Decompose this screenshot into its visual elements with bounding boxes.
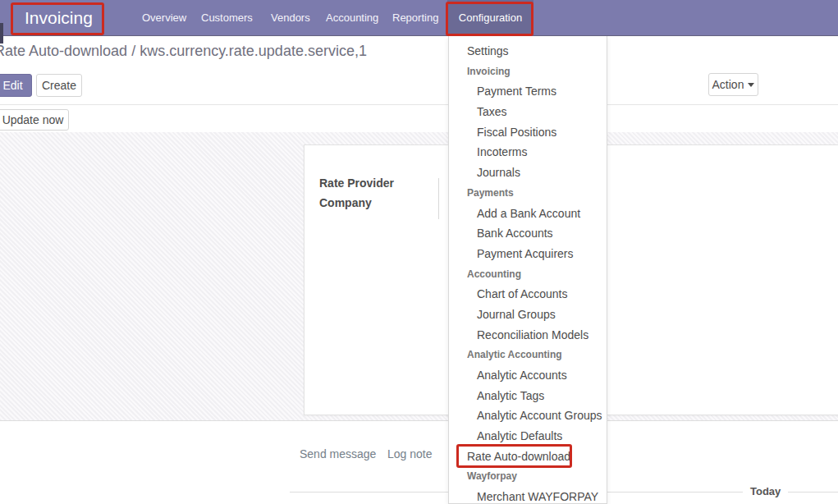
menu-item-taxes[interactable]: Taxes — [449, 102, 607, 122]
field-column-divider — [438, 178, 439, 219]
nav-item-customers[interactable]: Customers — [201, 0, 253, 36]
breadcrumb-separator: / — [127, 43, 140, 59]
menu-group-analytic-accounting: Analytic Accounting — [449, 345, 607, 365]
chatter-panel: Send message Log note Today — [0, 422, 838, 504]
breadcrumb-parent-link[interactable]: Rate Auto-download — [0, 43, 127, 59]
menu-item-rate-auto-download-label: Rate Auto-download — [467, 450, 570, 463]
configuration-dropdown-menu: Settings Invoicing Payment Terms Taxes F… — [448, 36, 607, 504]
menu-item-settings[interactable]: Settings — [449, 41, 607, 62]
breadcrumb: Rate Auto-download / kws.currency.rate.u… — [0, 43, 367, 60]
date-separator-today: Today — [743, 485, 788, 497]
menu-item-reconciliation-models[interactable]: Reconciliation Models — [449, 325, 607, 346]
menu-item-analytic-accounts[interactable]: Analytic Accounts — [449, 365, 607, 386]
menu-group-invoicing: Invoicing — [449, 62, 607, 82]
send-message-button[interactable]: Send message — [300, 447, 376, 460]
nav-item-overview[interactable]: Overview — [142, 0, 186, 36]
menu-item-chart-of-accounts[interactable]: Chart of Accounts — [449, 284, 607, 305]
app-name-invoicing[interactable]: Invoicing — [25, 0, 93, 36]
apps-menu-edge-icon — [0, 23, 3, 44]
menu-item-payment-acquirers[interactable]: Payment Acquirers — [449, 244, 607, 264]
control-panel: Rate Auto-download / kws.currency.rate.u… — [0, 36, 838, 105]
breadcrumb-current: kws.currency.rate.update.service,1 — [140, 43, 367, 59]
menu-item-bank-accounts[interactable]: Bank Accounts — [449, 223, 607, 244]
menu-item-journal-groups[interactable]: Journal Groups — [449, 305, 607, 325]
menu-item-analytic-tags[interactable]: Analytic Tags — [449, 386, 607, 406]
menu-item-journals[interactable]: Journals — [449, 163, 607, 183]
nav-item-vendors[interactable]: Vendors — [271, 0, 310, 36]
create-button[interactable]: Create — [36, 74, 82, 97]
menu-group-payments: Payments — [449, 183, 607, 204]
nav-item-configuration-label: Configuration — [459, 11, 522, 24]
top-navbar: Invoicing Overview Customers Vendors Acc… — [0, 0, 838, 36]
form-button-band: Update now — [0, 106, 838, 132]
menu-item-add-a-bank-account[interactable]: Add a Bank Account — [449, 204, 607, 224]
update-now-button[interactable]: Update now — [0, 109, 69, 131]
edit-button[interactable]: Edit — [0, 74, 32, 97]
menu-item-analytic-defaults[interactable]: Analytic Defaults — [449, 426, 607, 447]
menu-item-fiscal-positions[interactable]: Fiscal Positions — [449, 122, 607, 143]
menu-item-incoterms[interactable]: Incoterms — [449, 142, 607, 163]
caret-down-icon — [748, 83, 754, 87]
nav-item-configuration[interactable]: Configuration — [447, 0, 533, 36]
menu-group-accounting: Accounting — [449, 264, 607, 285]
menu-item-rate-auto-download[interactable]: Rate Auto-download — [449, 447, 607, 467]
menu-item-analytic-account-groups[interactable]: Analytic Account Groups — [449, 405, 607, 426]
odoo-invoicing-screen: Invoicing Overview Customers Vendors Acc… — [0, 0, 838, 504]
action-button-label: Action — [712, 78, 744, 91]
menu-item-payment-terms[interactable]: Payment Terms — [449, 81, 607, 102]
nav-item-accounting[interactable]: Accounting — [326, 0, 378, 36]
log-note-button[interactable]: Log note — [387, 447, 433, 460]
action-dropdown-button[interactable]: Action — [708, 73, 758, 96]
field-label-company: Company — [319, 196, 372, 209]
nav-item-reporting[interactable]: Reporting — [392, 0, 438, 36]
form-view-background: Rate Provider Company — [0, 132, 838, 421]
field-label-rate-provider: Rate Provider — [319, 176, 394, 190]
menu-group-wayforpay: Wayforpay — [449, 466, 607, 487]
menu-item-merchant-wayforpay[interactable]: Merchant WAYFORPAY — [449, 487, 607, 504]
